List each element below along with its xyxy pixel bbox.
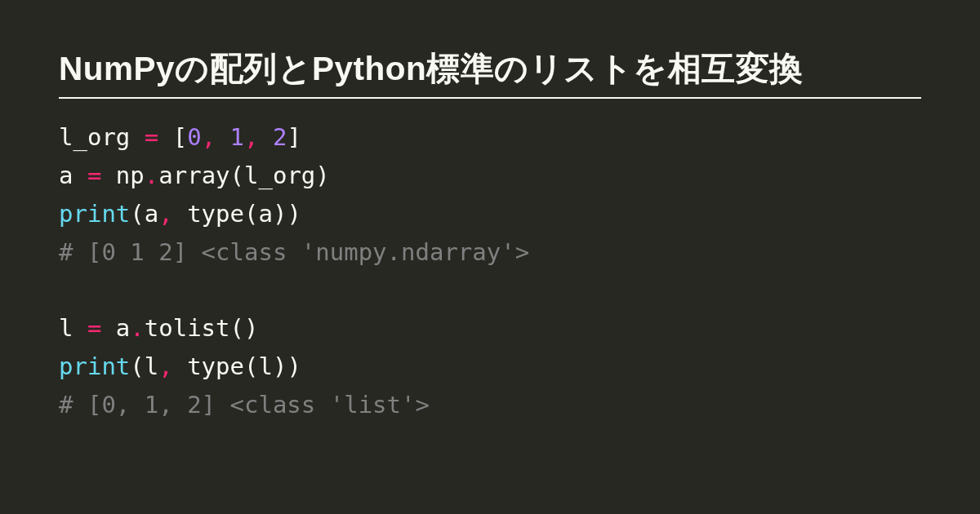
operator-dot: . <box>130 314 144 342</box>
bracket-close: ] <box>287 123 301 151</box>
var-name: a <box>101 314 130 342</box>
code-line-3: print(a, type(a)) <box>59 200 301 228</box>
var-name: l <box>59 314 87 342</box>
var-name: a <box>59 162 87 189</box>
document-container: NumPyの配列とPython標準のリストを相互変換 l_org = [0, 1… <box>0 0 980 424</box>
call-args: type(l)) <box>173 352 301 380</box>
operator-eq: = <box>145 123 158 151</box>
call-args: (a <box>130 200 158 228</box>
call-expr: array(l_org) <box>158 162 330 189</box>
code-line-6: l = a.tolist() <box>59 314 258 342</box>
call-args: type(a)) <box>173 200 301 228</box>
bracket-open: [ <box>158 123 187 151</box>
space <box>259 123 273 151</box>
operator-eq: = <box>87 314 101 342</box>
comma-sep: , <box>158 352 172 380</box>
code-line-4: # [0 1 2] <class 'numpy.ndarray'> <box>59 238 529 266</box>
builtin-print: print <box>59 200 130 228</box>
space <box>216 123 229 151</box>
number-literal: 1 <box>230 123 244 151</box>
comment-line: # [0 1 2] <class 'numpy.ndarray'> <box>59 238 529 266</box>
builtin-print: print <box>59 352 130 380</box>
code-line-8: # [0, 1, 2] <class 'list'> <box>59 391 430 419</box>
comma-sep: , <box>202 123 216 151</box>
number-literal: 2 <box>273 123 287 151</box>
var-name: l_org <box>59 123 145 151</box>
comment-line: # [0, 1, 2] <class 'list'> <box>59 391 430 419</box>
comma-sep: , <box>244 123 258 151</box>
call-expr: tolist() <box>145 314 259 342</box>
code-line-1: l_org = [0, 1, 2] <box>59 123 301 151</box>
operator-dot: . <box>145 162 158 189</box>
operator-eq: = <box>87 162 101 189</box>
code-block: l_org = [0, 1, 2] a = np.array(l_org) pr… <box>59 118 921 425</box>
code-line-2: a = np.array(l_org) <box>59 162 330 189</box>
page-title: NumPyの配列とPython標準のリストを相互変換 <box>59 47 921 99</box>
module-name: np <box>101 162 144 189</box>
call-args: (l <box>130 352 158 380</box>
comma-sep: , <box>158 200 172 228</box>
number-literal: 0 <box>187 123 201 151</box>
code-line-7: print(l, type(l)) <box>59 352 301 380</box>
